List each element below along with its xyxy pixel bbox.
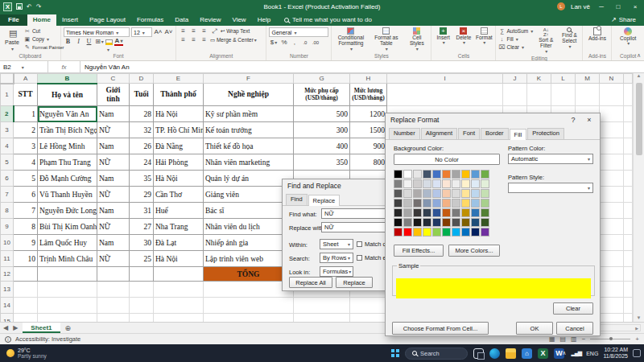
color-swatch[interactable]: [471, 179, 480, 188]
cell[interactable]: 800: [350, 154, 387, 171]
cell[interactable]: Thiết kế đồ họa: [204, 138, 294, 154]
maximize-button[interactable]: □: [613, 3, 624, 10]
color-swatch[interactable]: [432, 199, 441, 208]
cell[interactable]: Họ và tên: [38, 84, 97, 106]
borders-button[interactable]: ⊞: [95, 38, 104, 46]
cell[interactable]: 24: [130, 154, 154, 171]
color-swatch[interactable]: [413, 179, 422, 188]
cell[interactable]: Lê Hồng Minh: [38, 138, 97, 154]
font-name-combo[interactable]: Times New Roman: [64, 27, 130, 37]
color-swatch[interactable]: [481, 208, 489, 217]
row-header-9[interactable]: 9: [1, 219, 14, 235]
cell[interactable]: Hải Phòng: [154, 154, 204, 171]
row-header-11[interactable]: 11: [1, 251, 14, 267]
name-box[interactable]: B2: [0, 61, 48, 72]
cell[interactable]: 25: [130, 251, 154, 267]
cell[interactable]: [97, 298, 130, 314]
align-top-icon[interactable]: ≡: [179, 27, 188, 35]
column-header-M[interactable]: M: [576, 74, 600, 84]
color-swatch[interactable]: [403, 179, 412, 188]
find-replace-tab-replace[interactable]: Replace: [308, 195, 341, 206]
cell[interactable]: Nha Trang: [154, 219, 204, 235]
format-tab-number[interactable]: Number: [389, 128, 420, 139]
cell[interactable]: Trịnh Minh Châu: [38, 251, 97, 267]
cell-styles-button[interactable]: Cell Styles: [405, 27, 428, 52]
row-header-6[interactable]: 6: [1, 171, 14, 187]
cell[interactable]: [14, 267, 38, 282]
dialog-help-icon[interactable]: ?: [568, 116, 579, 124]
cell[interactable]: 30: [130, 235, 154, 251]
cell[interactable]: 6: [14, 187, 38, 203]
normal-view-icon[interactable]: ▦: [549, 335, 555, 343]
format-tab-protection[interactable]: Protection: [527, 128, 564, 139]
fill-button[interactable]: ↓Fill: [498, 35, 533, 43]
replace-button[interactable]: Replace: [336, 277, 373, 288]
cell[interactable]: Kỹ sư phần mềm: [204, 106, 294, 122]
color-swatch[interactable]: [452, 208, 460, 217]
color-swatch[interactable]: [452, 189, 460, 198]
column-header-J[interactable]: J: [503, 74, 527, 84]
color-swatch[interactable]: [413, 208, 422, 217]
color-swatch[interactable]: [442, 199, 451, 208]
column-header-E[interactable]: E: [154, 74, 204, 84]
cell[interactable]: [600, 171, 624, 187]
formula-input[interactable]: Nguyễn Văn An: [80, 61, 644, 72]
cell[interactable]: 2: [14, 122, 38, 138]
color-swatch[interactable]: [403, 208, 412, 217]
cell[interactable]: 8: [14, 219, 38, 235]
cell[interactable]: 4: [14, 154, 38, 171]
cell[interactable]: [97, 314, 130, 323]
cell[interactable]: Phạm Thu Trang: [38, 154, 97, 171]
ribbon-tab-insert[interactable]: Insert: [56, 14, 84, 26]
column-header-C[interactable]: C: [97, 74, 130, 84]
format-tab-alignment[interactable]: Alignment: [421, 128, 457, 139]
within-select[interactable]: Sheet: [320, 239, 353, 249]
cell[interactable]: 1500: [350, 122, 387, 138]
total-cell[interactable]: TỔNG: [204, 267, 294, 282]
ok-button[interactable]: OK: [516, 322, 553, 335]
color-swatch[interactable]: [413, 218, 422, 227]
cell[interactable]: Lập trình viên web: [204, 251, 294, 267]
color-swatch[interactable]: [442, 208, 451, 217]
cell[interactable]: 500: [294, 106, 350, 122]
cell[interactable]: Nhân viên du lịch: [204, 219, 294, 235]
color-swatch[interactable]: [461, 170, 470, 179]
column-header-B[interactable]: B: [38, 74, 97, 84]
underline-button[interactable]: U: [85, 38, 93, 46]
format-tab-font[interactable]: Font: [458, 128, 480, 139]
cell[interactable]: [294, 298, 350, 314]
cell[interactable]: 26: [130, 138, 154, 154]
cell[interactable]: [350, 298, 387, 314]
zoom-out-button[interactable]: −: [582, 335, 586, 343]
color-swatch[interactable]: [403, 218, 412, 227]
ribbon-tab-data[interactable]: Data: [169, 14, 194, 26]
page-layout-view-icon[interactable]: ▤: [560, 335, 567, 343]
cell[interactable]: Hà Nội: [154, 106, 204, 122]
color-swatch[interactable]: [423, 179, 431, 188]
color-swatch[interactable]: [394, 189, 402, 198]
cell[interactable]: [350, 314, 387, 323]
cell[interactable]: 31: [130, 203, 154, 219]
column-header-L[interactable]: L: [551, 74, 576, 84]
cell[interactable]: [600, 84, 624, 106]
clear-button[interactable]: ⌧Clear: [498, 43, 533, 51]
cell[interactable]: STT: [14, 84, 38, 106]
cell[interactable]: 35: [130, 171, 154, 187]
align-left-icon[interactable]: ≡: [179, 36, 188, 44]
zoom-in-button[interactable]: +: [635, 335, 639, 343]
color-swatch[interactable]: [394, 228, 402, 237]
cell[interactable]: Tuổi: [130, 84, 154, 106]
cell[interactable]: NỮ: [97, 122, 130, 138]
color-swatch[interactable]: [481, 199, 489, 208]
tray-expand-icon[interactable]: ∧: [562, 350, 566, 356]
column-header-H[interactable]: H: [350, 74, 387, 84]
cell[interactable]: [14, 298, 38, 314]
cell[interactable]: 5: [14, 171, 38, 187]
ribbon-tab-formulas[interactable]: Formulas: [131, 14, 169, 26]
cell[interactable]: [38, 298, 97, 314]
color-swatch[interactable]: [403, 228, 412, 237]
sheet-nav-right-icon[interactable]: ▶: [13, 324, 18, 331]
scroll-right-icon[interactable]: ▶: [635, 326, 638, 331]
column-header-N[interactable]: N: [600, 74, 624, 84]
format-tab-fill[interactable]: Fill: [510, 129, 527, 140]
